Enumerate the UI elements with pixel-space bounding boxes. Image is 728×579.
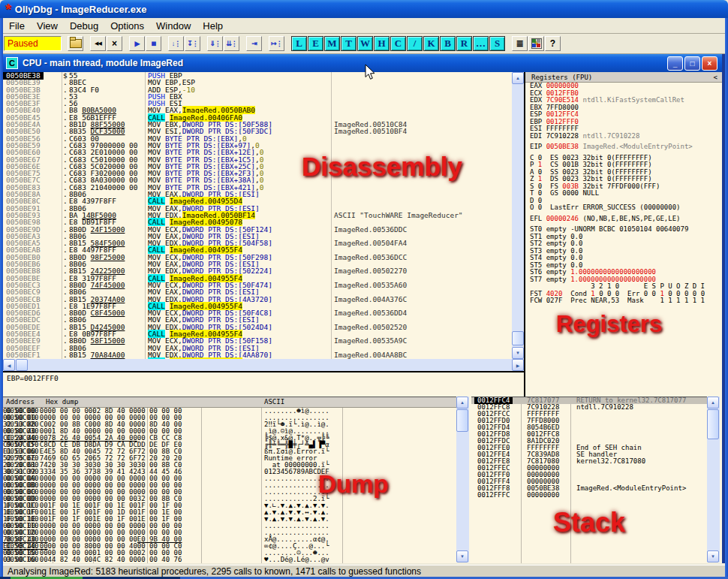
stack-annotation: Stack: [553, 507, 625, 538]
step-over-button[interactable]: ↧⋮: [185, 36, 200, 51]
cpu-window-titlebar[interactable]: C CPU - main thread, module ImageRed _ □…: [3, 54, 722, 72]
menu-options[interactable]: Options: [104, 19, 150, 33]
source-button[interactable]: S: [489, 36, 505, 51]
stack-comment: ImageRed.<ModuleEntryPoint>: [576, 485, 686, 492]
run-button[interactable]: ▶: [129, 36, 145, 51]
dump-hex-group: 00 00 40 76: [137, 556, 182, 563]
log-window-button[interactable]: L: [291, 36, 307, 51]
toolbar-group: ◀◀×: [90, 36, 123, 51]
disasm-comment: ImageRed.004A376C: [334, 296, 407, 303]
open-file-button[interactable]: [68, 36, 83, 51]
toolbar-group: ≣?: [512, 36, 561, 51]
disasm-row[interactable]: 0050BE3E.53PUSH EBX: [3, 93, 511, 100]
register-line[interactable]: O 0 LastErr ERROR_SUCCESS (00000000): [525, 204, 722, 212]
executables-window-button[interactable]: E: [308, 36, 323, 51]
disasm-comment: ImageRed.00535A60: [334, 282, 407, 289]
animate-into-button[interactable]: ⇓⋮: [207, 36, 223, 51]
call-stack-button[interactable]: K: [423, 36, 439, 51]
toolbar-group: ↦⋮: [269, 36, 285, 51]
dump-header-ascii[interactable]: ASCII: [264, 398, 284, 406]
mouse-cursor-icon: [365, 64, 376, 80]
scroll-down-icon[interactable]: ▼: [707, 550, 719, 562]
disassembly-pane[interactable]: 0050BE38$55PUSH EBP0050BE39.8BECMOV EBP,…: [3, 72, 511, 359]
register-line[interactable]: T 0 GS 0000 NULL: [525, 190, 722, 198]
colors-button[interactable]: [528, 36, 544, 51]
sc roll-left-icon[interactable]: ◀: [3, 359, 15, 371]
toolbar-group: ↓⋮↧⋮: [168, 36, 201, 51]
window-border-right: [725, 18, 728, 577]
restart-button[interactable]: ◀◀: [90, 36, 106, 51]
scroll-down-icon[interactable]: ▼: [456, 550, 468, 562]
dump-header-address[interactable]: Address: [6, 398, 35, 406]
dump-vscrollbar[interactable]: ▲ ▼: [456, 397, 469, 562]
cpu-window-title: CPU - main thread, module ImageRed: [23, 58, 183, 68]
minimize-button[interactable]: _: [667, 56, 683, 71]
dump-address: 0050C160: [6, 556, 38, 563]
scroll-up-icon[interactable]: ▲: [707, 397, 719, 409]
collapse-icon[interactable]: <: [714, 74, 717, 81]
scroll-thumb[interactable]: [512, 331, 524, 345]
step-into-button[interactable]: ↓⋮: [168, 36, 184, 51]
palette-icon: [531, 38, 542, 49]
dump-row[interactable]: 0050C16003 00 00 0044 82 40 004C 82 40 0…: [3, 556, 456, 563]
restore-button[interactable]: □: [684, 56, 700, 71]
scroll-thumb[interactable]: [707, 409, 719, 439]
stack-vscrollbar[interactable]: ▲ ▼: [707, 397, 720, 562]
memory-map-button[interactable]: M: [324, 36, 340, 51]
toolbar-group: ⇥: [246, 36, 263, 51]
cpu-window-button[interactable]: C: [390, 36, 406, 51]
stack-row[interactable]: 0012FFFC00000000: [471, 492, 707, 499]
appearance-button[interactable]: ≣: [512, 36, 528, 51]
registers-header: Registers (FPU) <: [525, 72, 722, 83]
disasm-comment: ASCII "TouchWARE ImageReducer": [334, 212, 463, 219]
register-line[interactable]: EFL 00000246 (NO,NB,E,BE,NS,PE,GE,LE): [525, 216, 722, 223]
scroll-up-icon[interactable]: ▲: [512, 72, 524, 84]
references-window-button[interactable]: R: [456, 36, 472, 51]
scroll-right-icon[interactable]: ▶: [512, 359, 524, 371]
scroll-down-icon[interactable]: ▼: [512, 347, 524, 359]
open-folder-icon: [70, 39, 82, 48]
menu-file[interactable]: File: [3, 19, 31, 33]
patches-window-button[interactable]: /: [407, 36, 423, 51]
scroll-up-icon[interactable]: ▲: [456, 397, 468, 409]
menu-help[interactable]: Help: [197, 19, 229, 33]
toolbar-group: ⇓⋮⇊⋮: [207, 36, 240, 51]
threads-window-button[interactable]: T: [341, 36, 356, 51]
info-line[interactable]: EBP=0012FFF0: [3, 371, 524, 397]
status-paused-indicator: Paused: [4, 36, 62, 51]
breakpoints-window-button[interactable]: B: [440, 36, 456, 51]
disasm-comment: ImageRed.00502520: [334, 324, 407, 331]
scroll-thumb[interactable]: [456, 409, 468, 432]
execute-till-user-button[interactable]: ↦⋮: [269, 36, 284, 51]
menu-debug[interactable]: Debug: [64, 19, 104, 33]
animate-over-button[interactable]: ⇊⋮: [224, 36, 239, 51]
disasm-comment: ImageRed.00510BF4: [334, 128, 407, 135]
disassembly-hscrollbar[interactable]: ◀ ▶: [3, 359, 524, 371]
handles-window-button[interactable]: H: [374, 36, 390, 51]
disasm-comment: ImageRed.00536DCC: [334, 254, 407, 261]
disasm-row[interactable]: 0050BE3B.83C4 F0ADD ESP,-10: [3, 86, 511, 93]
toolbar-group: [68, 36, 84, 51]
close-program-button[interactable]: ×: [107, 36, 122, 51]
execute-till-return-button[interactable]: ⇥: [246, 36, 262, 51]
register-line[interactable]: EDI 7C910228 ntdll.7C910228: [525, 133, 722, 140]
dump-header-hex-dump[interactable]: Hex dump: [46, 398, 78, 406]
menu-window[interactable]: Window: [150, 19, 197, 33]
run-trace-button[interactable]: …: [473, 36, 489, 51]
register-line[interactable]: FCW 027F Prec NEAR,53 Mask 1 1 1 1 1 1: [525, 297, 722, 305]
menu-view[interactable]: View: [31, 19, 64, 33]
disasm-comment: ImageRed.00536DD4: [334, 309, 407, 317]
close-button[interactable]: ×: [702, 56, 717, 71]
disassembly-vscrollbar[interactable]: ▲ ▼: [512, 72, 524, 359]
scroll-thumb[interactable]: [16, 359, 28, 371]
pause-button[interactable]: ▮▮: [146, 36, 161, 51]
ollydbg-logo-icon: *: [5, 4, 11, 14]
windows-window-button[interactable]: W: [357, 36, 373, 51]
help-button[interactable]: ?: [545, 36, 561, 51]
register-line[interactable]: EIP 0050BE38 ImageRed.<ModuleEntryPoint>: [525, 143, 722, 151]
stack-comment: kernel32.7C817080: [576, 458, 645, 465]
disasm-comment: ImageRed.00535A9C: [334, 337, 407, 345]
registers-pane[interactable]: Registers (FPU) < EAX 00000000ECX 0012FF…: [525, 72, 722, 397]
dump-hex-group: 44 82 40 00: [48, 556, 93, 563]
disasm-comment: ImageRed.00504FA4: [334, 240, 407, 247]
